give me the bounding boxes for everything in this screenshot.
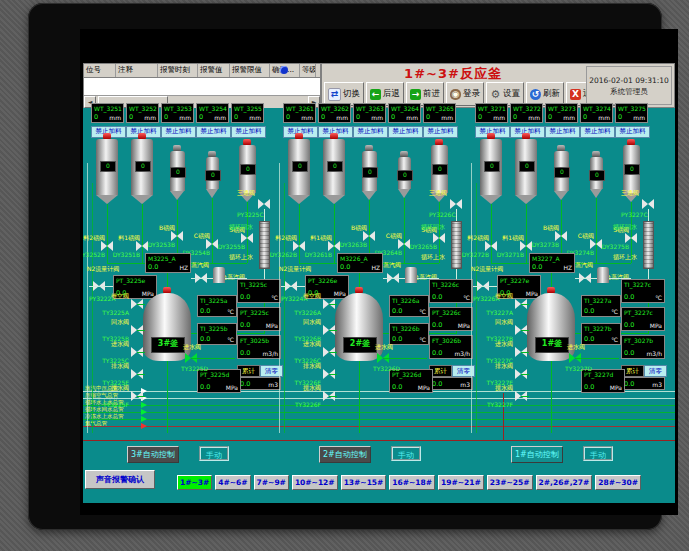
scada-canvas: WT_32510mm禁止加料0料2磅阀DY3252BWT_32520mm禁止加料… [83, 63, 675, 503]
unit: MPa [142, 290, 154, 297]
val: 0.0 [200, 307, 210, 315]
feed-valve-name: 料1磅阀 [494, 234, 524, 243]
weight-indicator: WT_32730mm [545, 103, 578, 123]
three-way-valve[interactable] [258, 199, 270, 209]
utility-valve-name: 维空阀 [281, 292, 321, 301]
totalizer-reset-button[interactable]: 清零 [644, 365, 667, 377]
three-way-valve-name: 三通阀 [237, 189, 255, 198]
hopper-level-display: 0 [519, 161, 535, 172]
weight-tag: WT_3274 [583, 105, 611, 112]
inlet-valve-name: 进水阀 [567, 343, 585, 352]
feed-valve-name: 料2磅阀 [459, 234, 489, 243]
hmi-root: 位号注释报警时刻报警值报警限值确认...等级 ◄ ► 1#~3#反应釜 ⇄切换←… [83, 63, 675, 503]
feed-status-label: 禁止加料 [161, 126, 196, 138]
feed-status-label: 禁止加料 [196, 126, 231, 138]
page-tab-6[interactable]: 19#~21# [438, 475, 484, 490]
val: 0.0 [148, 263, 158, 271]
page-tab-1[interactable]: 4#~6# [215, 475, 250, 490]
sound-alarm-ack-button[interactable]: 声音报警确认 [85, 470, 155, 489]
feed-valve-name: C磅阀 [564, 232, 594, 241]
weight-tag: WT_3254 [199, 105, 227, 112]
val: 0.0 [432, 293, 442, 301]
auto-control-button[interactable]: 2#自动控制 [319, 446, 371, 463]
unit: m3 [460, 381, 470, 388]
riser-line [284, 183, 285, 433]
process-indicator: FT_3025b0.0m3/h [237, 335, 281, 359]
riser-line [92, 183, 93, 433]
weight-tag: WT_3275 [618, 105, 646, 112]
val: 0.0 [392, 335, 402, 343]
weight-value: 0 [478, 113, 482, 121]
weight-unit: mm [441, 114, 453, 121]
utility-valve-name: 回水阀 [281, 318, 321, 327]
unit: MPa [610, 384, 622, 391]
agitator-frequency-indicator: M3226_A0.0HZ [337, 253, 383, 273]
unit: HZ [179, 264, 188, 271]
page-tab-2[interactable]: 7#~9# [254, 475, 289, 490]
tag: TI_3226a [392, 297, 419, 304]
page-tab-5[interactable]: 16#~18# [389, 475, 435, 490]
unit: MPa [650, 322, 662, 329]
condenser-shell [451, 221, 462, 269]
weight-unit: mm [109, 114, 121, 121]
unit: ℃ [611, 336, 618, 343]
totalizer-value: 0.0m3 [429, 377, 473, 390]
pipe-line [334, 204, 335, 263]
riser-line [471, 163, 472, 433]
totalizer-value: 0.0m3 [237, 377, 281, 390]
weight-indicator: WT_32610mm [283, 103, 316, 123]
tag: TI_3225b [200, 325, 228, 332]
weight-indicator: WT_32720mm [510, 103, 543, 123]
feed-valve-tag: DY3275B [599, 243, 629, 250]
manual-control-button[interactable]: 手动 [391, 446, 421, 461]
pipe-line [137, 330, 145, 331]
unit: ℃ [227, 336, 234, 343]
weight-unit: mm [301, 114, 313, 121]
page-tab-0[interactable]: 1#~3# [177, 475, 212, 490]
hopper-level-display: 0 [624, 164, 640, 175]
weight-tag: WT_3271 [478, 105, 506, 112]
steam-valve-name: 蒸汽阀 [383, 261, 401, 270]
hopper-cone [288, 195, 310, 204]
manual-control-button[interactable]: 手动 [583, 446, 613, 461]
pipe-line [107, 204, 108, 263]
page-tab-4[interactable]: 13#~15# [341, 475, 387, 490]
weight-value: 0 [618, 113, 622, 121]
page-tab-8[interactable]: 2#,26#,27# [536, 475, 593, 490]
reactor-label: 2#釜 [343, 337, 377, 353]
weight-value: 0 [164, 113, 168, 121]
weight-unit: mm [563, 114, 575, 121]
hopper-level-display: 0 [432, 164, 448, 175]
three-way-valve[interactable] [450, 199, 462, 209]
weight-tag: WT_3272 [513, 105, 541, 112]
pipe-line [521, 304, 529, 305]
feed-valve-name: 料2磅阀 [83, 234, 105, 243]
feed-valve-tag: DY3273B [529, 241, 559, 248]
feed-valve-tag: DY3263B [337, 241, 367, 248]
weight-value: 0 [548, 113, 552, 121]
separator-vessel [597, 267, 609, 283]
pipe-line [191, 358, 235, 359]
weight-unit: mm [528, 114, 540, 121]
auto-control-button[interactable]: 3#自动控制 [127, 446, 179, 463]
pipe-line [264, 209, 265, 221]
inlet-valve-name: 进水阀 [375, 343, 393, 352]
feed-status-label: 禁止加料 [545, 126, 580, 138]
page-tab-7[interactable]: 23#~25# [487, 475, 533, 490]
page-tab-9[interactable]: 28#~30# [595, 475, 641, 490]
unit: m3/h [647, 350, 663, 357]
process-indicator: FT_3026b0.0m3/h [429, 335, 473, 359]
utility-valve-name: 排水阀 [89, 362, 129, 371]
page-tab-3[interactable]: 10#~12# [292, 475, 338, 490]
pipe-line [329, 330, 337, 331]
utility-valve-name: 回水阀 [473, 318, 513, 327]
hopper-level-display: 0 [484, 161, 500, 172]
auto-control-button[interactable]: 1#自动控制 [511, 446, 563, 463]
pressure-indicator-bottom: PT_3227d0.0MPa [581, 369, 625, 393]
manual-control-button[interactable]: 手动 [199, 446, 229, 461]
pipe-line [551, 361, 552, 433]
feed-valve-name: C磅阀 [180, 232, 210, 241]
feed-valve-tag: DY3265B [407, 243, 437, 250]
hopper-cone [206, 189, 218, 198]
three-way-valve[interactable] [642, 199, 654, 209]
